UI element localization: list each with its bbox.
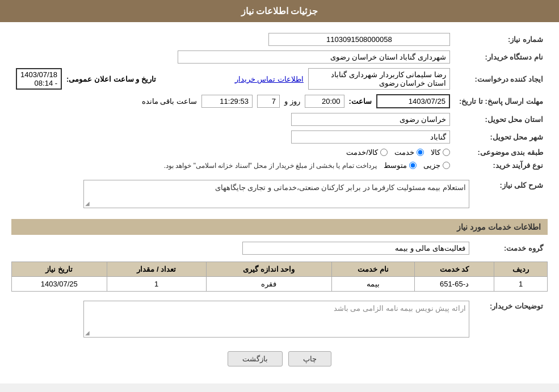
deadline-remaining-label: ساعت باقی مانده <box>142 97 197 106</box>
table-row: 1د-65-651بیمهفقره11403/07/25 <box>12 277 548 292</box>
col-header-date: تاریخ نیاز <box>12 262 107 277</box>
purchase-notice: پرداخت تمام یا بخشی از مبلغ خریدار از مح… <box>164 162 377 170</box>
creator-label: ایجاد کننده درخواست: <box>455 66 548 92</box>
purchase-type-medium[interactable]: متوسط <box>384 161 417 170</box>
col-header-unit: واحد اندازه گیری <box>206 262 331 277</box>
col-header-row: ردیف <box>494 262 548 277</box>
resize-icon: ◢ <box>85 200 90 206</box>
need-description-label: شرح کلی نیاز: <box>474 178 548 210</box>
announce-datetime-label: تاریخ و ساعت اعلان عمومی: <box>66 75 156 83</box>
back-button[interactable]: بازگشت <box>228 351 283 366</box>
deadline-days: 7 <box>257 95 280 108</box>
need-number-label: شماره نیاز: <box>455 31 548 48</box>
category-radio-service[interactable] <box>417 149 424 156</box>
table-cell: 1 <box>107 277 206 292</box>
category-label-service: خدمت <box>394 148 414 157</box>
province-label: استان محل تحویل: <box>455 111 548 128</box>
table-cell: د-65-651 <box>415 277 494 292</box>
service-group-value: فعالیت‌های مالی و بیمه <box>242 242 469 255</box>
service-group-label: گروه خدمت: <box>474 239 548 257</box>
category-radio-group: کالا خدمت کالا/خدمت <box>16 148 450 157</box>
contact-info-link[interactable]: اطلاعات تماس خریدار <box>235 75 304 83</box>
announce-datetime-value: 1403/07/18 - 08:14 <box>16 68 62 90</box>
deadline-time-label: ساعت: <box>349 97 372 106</box>
buyer-notes-box[interactable]: ارائه پیش نویس بیمه نامه الزامی می باشد … <box>83 301 469 338</box>
col-header-name: نام خدمت <box>331 262 414 277</box>
deadline-days-label: روز و <box>284 97 300 106</box>
purchase-type-label-partial: جزیی <box>423 161 440 170</box>
category-label-goods: کالا <box>431 148 440 157</box>
buyer-org-value: شهرداری گناباد استان خراسان رضوی <box>178 50 450 64</box>
need-number-value: 1103091508000058 <box>268 33 450 46</box>
deadline-date: 1403/07/25 <box>376 94 450 108</box>
table-cell: 1403/07/25 <box>12 277 107 292</box>
page-header: جزئیات اطلاعات نیاز <box>0 0 559 22</box>
purchase-type-label: نوع فرآیند خرید: <box>455 159 548 172</box>
category-option-both[interactable]: کالا/خدمت <box>346 148 388 157</box>
purchase-type-row: جزیی متوسط پرداخت تمام یا بخشی از مبلغ خ… <box>16 161 450 170</box>
category-option-goods[interactable]: کالا <box>431 148 450 157</box>
category-label: طبقه بندی موضوعی: <box>455 146 548 159</box>
buyer-notes-label: توضیحات خریدار: <box>474 298 548 340</box>
deadline-remaining: 11:29:53 <box>201 95 253 108</box>
purchase-type-radio-medium[interactable] <box>409 162 417 169</box>
col-header-qty: تعداد / مقدار <box>107 262 206 277</box>
province-value: خراسان رضوی <box>291 113 450 126</box>
creator-value: رضا سلیمانی کاربردار شهرداری گناباد استا… <box>308 68 450 90</box>
purchase-type-radio-partial[interactable] <box>443 162 450 169</box>
resize-icon-notes: ◢ <box>85 330 90 336</box>
col-header-code: کد خدمت <box>415 262 494 277</box>
category-radio-goods[interactable] <box>443 149 450 156</box>
services-section-title: اطلاعات خدمات مورد نیاز <box>11 219 548 235</box>
category-radio-both[interactable] <box>380 149 388 156</box>
deadline-time: 20:00 <box>305 95 344 108</box>
page-title: جزئیات اطلاعات نیاز <box>241 6 318 16</box>
purchase-type-partial[interactable]: جزیی <box>423 161 450 170</box>
table-cell: فقره <box>206 277 331 292</box>
services-table: ردیف کد خدمت نام خدمت واحد اندازه گیری ت… <box>11 262 548 292</box>
buyer-org-label: نام دستگاه خریدار: <box>455 48 548 66</box>
deadline-label: مهلت ارسال پاسخ: تا تاریخ: <box>455 92 548 111</box>
table-cell: 1 <box>494 277 548 292</box>
need-description-value: استعلام بیمه مسئولیت کارفرما در برابر کا… <box>215 183 466 192</box>
print-button[interactable]: چاپ <box>288 351 331 366</box>
city-value: گناباد <box>291 130 450 144</box>
category-option-service[interactable]: خدمت <box>394 148 424 157</box>
need-description-box: استعلام بیمه مسئولیت کارفرما در برابر کا… <box>83 180 469 208</box>
category-label-both: کالا/خدمت <box>346 148 378 157</box>
table-cell: بیمه <box>331 277 414 292</box>
buyer-notes-placeholder: ارائه پیش نویس بیمه نامه الزامی می باشد <box>334 304 466 313</box>
city-label: شهر محل تحویل: <box>455 128 548 146</box>
button-row: چاپ بازگشت <box>11 351 548 366</box>
purchase-type-label-medium: متوسط <box>384 161 407 170</box>
